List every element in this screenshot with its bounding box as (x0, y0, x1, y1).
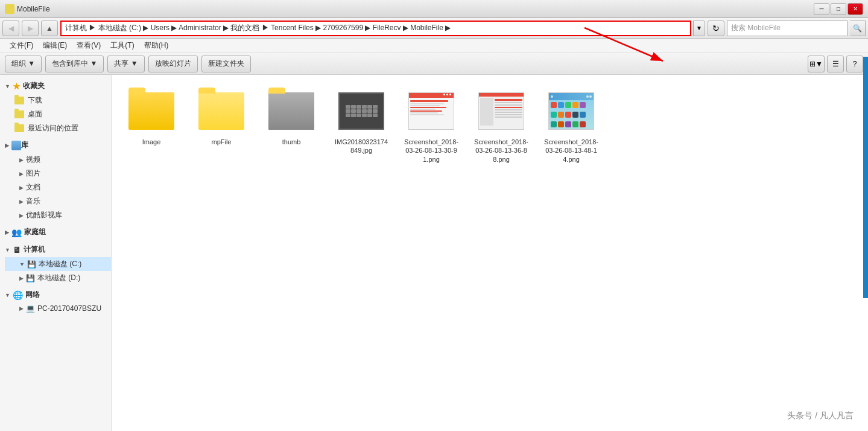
menu-help[interactable]: 帮助(H) (139, 39, 174, 53)
menu-file[interactable]: 文件(F) (5, 39, 38, 53)
back-button[interactable]: ◀ (2, 21, 19, 36)
sidebar-group-computer: ▼ 🖥 计算机 ▼ 💾 本地磁盘 (C:) ▶ 💾 本地磁盘 (D:) (0, 242, 111, 285)
sidebar-header-network[interactable]: ▼ 🌐 网络 (0, 287, 111, 302)
network-label: 网络 (25, 290, 40, 300)
youku-label: 优酷影视库 (26, 210, 62, 220)
pc-icon: 💻 (26, 304, 35, 313)
organize-label: 组织 ▼ (11, 59, 35, 69)
computer-label: 计算机 (24, 244, 45, 255)
documents-label: 文档 (26, 182, 40, 193)
sidebar-item-drive-d[interactable]: ▶ 💾 本地磁盘 (D:) (5, 271, 111, 285)
desktop-label: 桌面 (28, 109, 42, 120)
screenshot-thumbnail (477, 87, 525, 135)
list-item[interactable]: Screenshot_2018-03-26-08-13-48-14.png (541, 85, 601, 166)
screenshot1-image (408, 92, 454, 130)
sidebar-item-pc[interactable]: ▶ 💻 PC-20170407BSZU (5, 302, 111, 314)
drive-c-arrow: ▼ (19, 261, 25, 267)
menu-edit[interactable]: 编辑(E) (38, 39, 72, 53)
sidebar-item-images[interactable]: ▶ 图片 (5, 167, 111, 180)
watermark: 头条号 / 凡人凡言 (787, 410, 854, 421)
drive-d-label: 本地磁盘 (D:) (37, 273, 80, 283)
forward-button[interactable]: ▶ (22, 21, 39, 36)
address-dropdown-button[interactable]: ▼ (693, 21, 705, 36)
sidebar-item-music[interactable]: ▶ 音乐 (5, 194, 111, 208)
menu-view[interactable]: 查看(V) (72, 39, 106, 53)
recent-icon (14, 124, 24, 133)
menu-tools[interactable]: 工具(T) (106, 39, 139, 53)
favorites-arrow: ▼ (5, 83, 10, 89)
address-bar[interactable]: 计算机 ▶ 本地磁盘 (C:) ▶ Users ▶ Administrator … (60, 21, 691, 36)
documents-arrow: ▶ (19, 185, 24, 191)
music-label: 音乐 (26, 196, 40, 206)
list-item[interactable]: Screenshot_2018-03-26-08-13-30-91.png (401, 85, 461, 166)
list-item[interactable]: mpFile (191, 85, 252, 166)
file-name: Screenshot_2018-03-26-08-13-48-14.png (543, 138, 599, 164)
sidebar-header-homegroup[interactable]: ▶ 👥 家庭组 (0, 225, 111, 240)
sidebar-item-recent[interactable]: 最近访问的位置 (0, 121, 111, 135)
desktop-icon (14, 110, 24, 120)
close-button[interactable]: ✕ (847, 3, 863, 15)
screenshot-thumbnail (407, 87, 455, 135)
window-title: MobileFile (17, 5, 50, 13)
folder-icon-large (198, 92, 244, 130)
list-item[interactable]: thumb (261, 85, 322, 166)
new-folder-button[interactable]: 新建文件夹 (201, 56, 251, 72)
screenshot3-image (548, 92, 594, 130)
drive-c-icon: 💾 (27, 260, 36, 269)
search-input[interactable]: 搜索 MobileFile (727, 21, 847, 36)
downloads-label: 下载 (28, 95, 42, 106)
folder-icon-dark (268, 92, 314, 130)
list-item[interactable]: IMG20180323174849.jpg (331, 85, 391, 166)
sidebar-item-downloads[interactable]: 下载 (0, 94, 111, 107)
sidebar-item-drive-c[interactable]: ▼ 💾 本地磁盘 (C:) (5, 257, 111, 271)
file-name: Screenshot_2018-03-26-08-13-36-88.png (474, 138, 529, 164)
details-pane-button[interactable]: ☰ (827, 56, 844, 72)
keyboard-image (338, 92, 384, 130)
sidebar-item-video[interactable]: ▶ 视频 (5, 153, 111, 167)
title-bar-left: MobileFile (5, 4, 50, 14)
file-name: mpFile (211, 138, 231, 146)
sidebar-group-network: ▼ 🌐 网络 ▶ 💻 PC-20170407BSZU (0, 287, 111, 314)
sidebar-item-youku[interactable]: ▶ 优酷影视库 (5, 208, 111, 222)
sidebar-header-computer[interactable]: ▼ 🖥 计算机 (0, 242, 111, 257)
include-library-button[interactable]: 包含到库中 ▼ (45, 56, 104, 72)
recent-label: 最近访问的位置 (28, 123, 78, 133)
main-layout: ▼ ★ 收藏夹 下载 桌面 最近访问的位置 (0, 75, 868, 431)
slideshow-button[interactable]: 放映幻灯片 (148, 56, 198, 72)
help-button[interactable]: ? (846, 56, 863, 72)
file-name: Image (142, 138, 161, 146)
sidebar-item-desktop[interactable]: 桌面 (0, 107, 111, 121)
address-row: ◀ ▶ ▲ 计算机 ▶ 本地磁盘 (C:) ▶ Users ▶ Administ… (0, 18, 868, 39)
up-button[interactable]: ▲ (41, 21, 58, 36)
homegroup-label: 家庭组 (24, 227, 46, 237)
sidebar-header-library[interactable]: ▶ 库 (0, 138, 111, 153)
list-item[interactable]: Image (121, 85, 182, 166)
library-arrow: ▶ (5, 142, 9, 148)
network-subgroup: ▶ 💻 PC-20170407BSZU (0, 302, 111, 314)
organize-button[interactable]: 组织 ▼ (5, 56, 42, 72)
list-item[interactable]: Screenshot_2018-03-26-08-13-36-88.png (471, 85, 531, 166)
images-label: 图片 (26, 168, 40, 179)
minimize-button[interactable]: ─ (814, 3, 829, 15)
share-button[interactable]: 共享 ▼ (107, 56, 144, 72)
view-options-button[interactable]: ⊞▼ (808, 56, 825, 72)
slideshow-label: 放映幻灯片 (155, 59, 191, 69)
maximize-button[interactable]: □ (831, 3, 846, 15)
refresh-button[interactable]: ↻ (708, 21, 724, 36)
search-button[interactable]: 🔍 (850, 21, 866, 36)
file-grid: Image mpFile thumb (121, 85, 858, 166)
sidebar-header-favorites[interactable]: ▼ ★ 收藏夹 (0, 78, 111, 94)
share-label: 共享 ▼ (114, 59, 138, 69)
library-icon (11, 141, 21, 150)
homegroup-arrow: ▶ (5, 229, 9, 235)
toolbar: 组织 ▼ 包含到库中 ▼ 共享 ▼ 放映幻灯片 新建文件夹 ⊞▼ ☰ ? (0, 53, 868, 75)
pc-label: PC-20170407BSZU (37, 304, 101, 313)
library-label: 库 (21, 140, 28, 150)
address-path: 计算机 ▶ 本地磁盘 (C:) ▶ Users ▶ Administrator … (65, 23, 451, 33)
file-name: IMG20180323174849.jpg (334, 138, 389, 155)
sidebar-item-documents[interactable]: ▶ 文档 (5, 180, 111, 194)
favorites-label: 收藏夹 (23, 81, 45, 91)
search-placeholder: 搜索 MobileFile (731, 23, 781, 33)
video-arrow: ▶ (19, 157, 24, 163)
music-arrow: ▶ (19, 199, 24, 205)
